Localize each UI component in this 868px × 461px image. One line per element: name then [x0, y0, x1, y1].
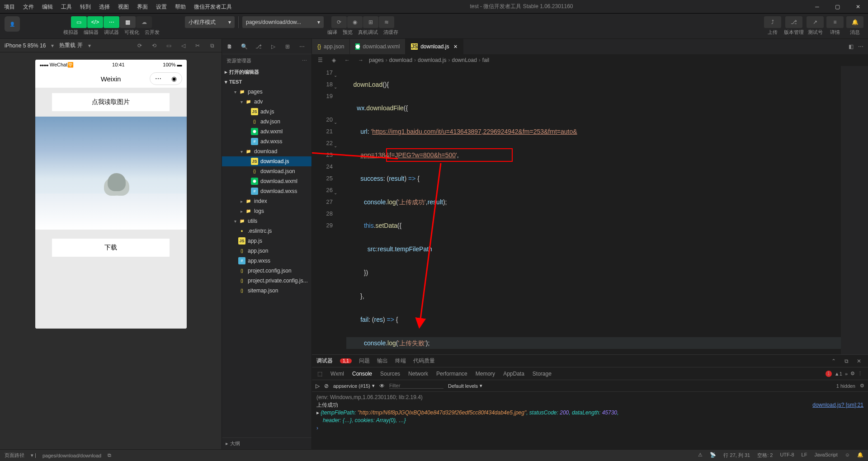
devtools-tab[interactable]: AppData [503, 371, 524, 377]
tree-item[interactable]: JSadv.js [222, 107, 311, 117]
compile-button[interactable]: ⟳ [331, 16, 347, 28]
minimap[interactable] [841, 66, 868, 354]
project-section[interactable]: ▾TEST [222, 77, 311, 87]
console-output[interactable]: (env: Windows,mp,1.06.2301160; lib:2.19.… [312, 392, 868, 449]
terminal-tab[interactable]: 终端 [395, 357, 406, 365]
tree-item[interactable]: {}project.private.config.js... [222, 276, 311, 286]
devtools-tab[interactable]: Memory [476, 371, 495, 377]
upload-button[interactable]: ⤴ [764, 16, 781, 28]
broadcast-icon[interactable]: 📡 [710, 452, 716, 459]
tree-item[interactable]: ▸📁index [222, 196, 311, 206]
warn-icon[interactable]: ⚠ [698, 452, 703, 459]
gear-icon[interactable]: ⚙ [860, 383, 864, 389]
message-button[interactable]: 🔔 [846, 16, 863, 28]
more-icon[interactable]: » [845, 371, 848, 376]
clear-icon[interactable]: ⊘ [324, 383, 329, 389]
tree-item[interactable]: JSapp.js [222, 236, 311, 246]
outline-section[interactable]: ▸大纲 [222, 437, 311, 449]
code-editor[interactable]: 17⌄18⌄1920⌄2122⌄23242526⌄272829 downLoad… [312, 66, 868, 354]
user-avatar[interactable]: 👤 [5, 16, 20, 32]
hidden-count[interactable]: 1 hidden [836, 383, 855, 389]
settings-icon[interactable]: ⚙ [850, 371, 855, 376]
read-image-button[interactable]: 点我读取图片 [52, 93, 170, 111]
open-editors-section[interactable]: ▸打开的编辑器 [222, 67, 311, 77]
tree-item[interactable]: #adv.wxss [222, 136, 311, 146]
menu-item[interactable]: 界面 [133, 0, 152, 14]
close-button[interactable]: ✕ [848, 0, 868, 14]
eol[interactable]: LF [802, 452, 807, 459]
tree-item[interactable]: ⬣adv.wxml [222, 127, 311, 136]
levels-dropdown[interactable]: Default levels ▾ [448, 383, 482, 389]
tree-item[interactable]: JSdownload.js [222, 156, 311, 166]
tree-item[interactable]: {}download.json [222, 166, 311, 176]
back-icon[interactable]: ◁ [178, 41, 188, 51]
menu-item[interactable]: 微信开发者工具 [190, 0, 236, 14]
close-tab-icon[interactable]: × [454, 43, 458, 50]
devtools-tab[interactable]: Performance [436, 371, 467, 377]
list-icon[interactable]: ☰ [316, 57, 325, 63]
eye-icon[interactable]: 👁 [379, 383, 385, 389]
expand-icon[interactable]: ⌃ [829, 358, 838, 364]
remote-debug-button[interactable]: ⊞ [363, 16, 378, 28]
branch-icon[interactable]: ⎇ [254, 42, 264, 52]
editor-tab[interactable]: JSdownload.js× [406, 39, 463, 54]
visualize-toggle[interactable]: ▦ [120, 16, 136, 28]
popout-icon[interactable]: ⧉ [842, 358, 851, 364]
indent-info[interactable]: 空格: 2 [757, 452, 773, 459]
menu-item[interactable]: 设置 [152, 0, 171, 14]
files-icon[interactable]: 🗎 [225, 42, 235, 52]
output-tab[interactable]: 输出 [377, 357, 388, 365]
devtools-tab[interactable]: Console [352, 371, 372, 377]
tree-item[interactable]: ▾📁download [222, 146, 311, 156]
hot-reload-toggle[interactable]: 热重载 开 [59, 42, 82, 49]
float-icon[interactable]: ⧉ [207, 41, 217, 51]
editor-tab[interactable]: {}app.json [312, 39, 350, 54]
devtools-tab[interactable]: Sources [380, 371, 400, 377]
detail-button[interactable]: ≡ [826, 16, 844, 28]
scope-dropdown[interactable]: appservice (#15) ▾ [333, 383, 375, 389]
tree-item[interactable]: #download.wxss [222, 186, 311, 196]
menu-item[interactable]: 视图 [114, 0, 133, 14]
more-icon[interactable]: ⋯ [858, 43, 863, 50]
bookmark-icon[interactable]: ◈ [329, 57, 338, 63]
language-mode[interactable]: JavaScript [814, 452, 837, 459]
copy-icon[interactable]: ⧉ [108, 452, 111, 458]
inspect-icon[interactable]: ⬚ [317, 371, 322, 377]
problems-tab[interactable]: 问题 [359, 357, 370, 365]
split-icon[interactable]: ◧ [849, 43, 854, 50]
ext-icon[interactable]: ⊞ [283, 42, 292, 52]
debug-icon[interactable]: ▷ [268, 42, 278, 52]
search-icon[interactable]: 🔍 [239, 42, 249, 52]
rotate-icon[interactable]: ⟲ [149, 41, 159, 51]
tree-item[interactable]: ●.eslintrc.js [222, 226, 311, 236]
preview-button[interactable]: ◉ [347, 16, 363, 28]
tree-item[interactable]: {}project.config.json [222, 266, 311, 276]
explorer-more-icon[interactable]: ⋯ [302, 58, 307, 64]
cloud-dev-button[interactable]: ☁ [136, 16, 152, 28]
forward-icon[interactable]: → [356, 57, 365, 63]
cursor-position[interactable]: 行 27, 列 31 [723, 452, 750, 459]
cut-icon[interactable]: ✂ [193, 41, 203, 51]
tree-item[interactable]: ▾📁pages [222, 87, 311, 97]
home-icon[interactable]: ▭ [164, 41, 174, 51]
play-icon[interactable]: ▷ [316, 383, 320, 389]
back-icon[interactable]: ← [343, 57, 352, 63]
devtools-tab[interactable]: Wxml [330, 371, 344, 377]
tree-item[interactable]: #app.wxss [222, 256, 311, 266]
menu-item[interactable]: 帮助 [171, 0, 190, 14]
menu-item[interactable]: 编辑 [38, 0, 57, 14]
devtools-tab[interactable]: Network [408, 371, 428, 377]
tree-item[interactable]: ⬣download.wxml [222, 176, 311, 186]
more-icon[interactable]: ⋯ [297, 42, 307, 52]
clear-cache-button[interactable]: ≋ [379, 16, 394, 28]
debugger-tab[interactable]: 调试器 [316, 357, 333, 365]
page-dropdown[interactable]: pages/download/dow...▾ [242, 16, 324, 28]
test-id-button[interactable]: ↗ [807, 16, 824, 28]
bell-icon[interactable]: 🔔 [857, 452, 863, 459]
source-link[interactable]: download.js? [sm]:21 [812, 401, 863, 409]
editor-toggle[interactable]: </> [87, 16, 103, 28]
breadcrumb[interactable]: pages›download›download.js›downLoad›fail [369, 57, 489, 63]
mode-dropdown[interactable]: 小程序模式▾ [185, 16, 235, 28]
menu-item[interactable]: 工具 [57, 0, 76, 14]
device-info[interactable]: iPhone 5 85% 16 [5, 42, 46, 49]
